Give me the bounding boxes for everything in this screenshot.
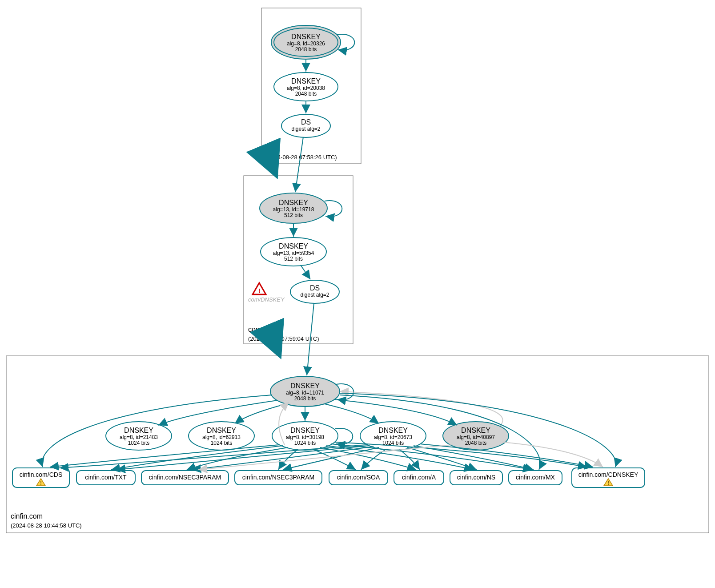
record-cds: cinfin.com/CDS !	[12, 468, 69, 487]
svg-text:cinfin.com/SOA: cinfin.com/SOA	[337, 474, 380, 481]
svg-text:DNSKEY: DNSKEY	[291, 33, 321, 40]
node-root-ksk: DNSKEY alg=8, id=20326 2048 bits	[271, 25, 341, 59]
svg-text:DNSKEY: DNSKEY	[207, 427, 236, 434]
svg-text:2048 bits: 2048 bits	[295, 46, 317, 52]
node-com-ds: DS digest alg=2	[290, 280, 339, 303]
zone-com-name: com	[248, 326, 261, 333]
svg-text:cinfin.com/CDS: cinfin.com/CDS	[20, 471, 62, 478]
zone-leaf-time: (2024-08-28 10:44:58 UTC)	[11, 522, 82, 529]
node-leaf-k2: DNSKEY alg=8, id=62913 1024 bits	[189, 422, 254, 450]
svg-text:2048 bits: 2048 bits	[465, 440, 487, 446]
svg-text:com/DNSKEY: com/DNSKEY	[248, 296, 285, 303]
svg-text:alg=13, id=59354: alg=13, id=59354	[273, 250, 314, 256]
zone-com-time: (2024-08-28 07:59:04 UTC)	[248, 335, 319, 342]
svg-text:alg=8, id=30198: alg=8, id=30198	[286, 434, 324, 440]
svg-text:512 bits: 512 bits	[284, 256, 303, 262]
record-ns: cinfin.com/NS	[450, 471, 502, 485]
zone-leaf-name: cinfin.com	[11, 512, 43, 520]
svg-text:DS: DS	[301, 118, 311, 126]
svg-text:cinfin.com/NS: cinfin.com/NS	[457, 474, 495, 481]
svg-text:2048 bits: 2048 bits	[294, 395, 316, 402]
edge-rootds-comksk	[295, 137, 303, 192]
svg-text:cinfin.com/MX: cinfin.com/MX	[516, 474, 555, 481]
record-nsec3b: cinfin.com/NSEC3PARAM	[235, 471, 322, 485]
svg-text:512 bits: 512 bits	[284, 212, 303, 218]
zone-root-time: (2024-08-28 07:58:26 UTC)	[266, 154, 337, 161]
svg-text:digest alg=2: digest alg=2	[291, 126, 320, 132]
svg-text:alg=8, id=20673: alg=8, id=20673	[374, 434, 412, 440]
node-com-zsk: DNSKEY alg=13, id=59354 512 bits	[261, 238, 326, 266]
svg-text:alg=8, id=20038: alg=8, id=20038	[287, 85, 325, 91]
svg-text:2048 bits: 2048 bits	[295, 91, 317, 97]
node-leaf-ksk: DNSKEY alg=8, id=11071 2048 bits	[270, 376, 340, 407]
svg-text:cinfin.com/A: cinfin.com/A	[402, 474, 436, 481]
node-com-ksk: DNSKEY alg=13, id=19718 512 bits	[260, 193, 327, 223]
node-root-zsk: DNSKEY alg=8, id=20038 2048 bits	[274, 72, 338, 101]
record-cdnskey: cinfin.com/CDNSKEY !	[572, 468, 645, 487]
svg-text:DNSKEY: DNSKEY	[279, 242, 308, 250]
svg-text:DNSKEY: DNSKEY	[290, 382, 320, 390]
svg-text:cinfin.com/NSEC3PARAM: cinfin.com/NSEC3PARAM	[242, 474, 314, 481]
node-leaf-k5: DNSKEY alg=8, id=40897 2048 bits	[443, 422, 509, 450]
svg-text:DNSKEY: DNSKEY	[291, 77, 321, 85]
dnssec-diagram: . (2024-08-28 07:58:26 UTC) DNSKEY alg=8…	[0, 0, 715, 588]
svg-text:DNSKEY: DNSKEY	[290, 427, 320, 434]
svg-text:alg=8, id=62913: alg=8, id=62913	[202, 434, 241, 440]
svg-text:DNSKEY: DNSKEY	[279, 199, 308, 206]
edge-root-to-com	[271, 164, 276, 174]
record-mx: cinfin.com/MX	[509, 471, 562, 485]
record-txt: cinfin.com/TXT	[76, 471, 135, 485]
svg-text:alg=8, id=11071: alg=8, id=11071	[286, 390, 324, 396]
svg-text:alg=13, id=19718: alg=13, id=19718	[273, 206, 314, 213]
svg-text:DNSKEY: DNSKEY	[124, 427, 153, 434]
svg-text:1024 bits: 1024 bits	[211, 440, 233, 446]
svg-text:!: !	[258, 287, 261, 294]
svg-text:DS: DS	[310, 284, 320, 292]
svg-text:digest alg=2: digest alg=2	[300, 292, 329, 298]
edge-com-to-leaf	[275, 344, 279, 354]
record-soa: cinfin.com/SOA	[329, 471, 388, 485]
svg-text:cinfin.com/NSEC3PARAM: cinfin.com/NSEC3PARAM	[149, 474, 221, 481]
svg-text:!: !	[40, 480, 42, 486]
svg-text:DNSKEY: DNSKEY	[378, 427, 408, 434]
svg-text:1024 bits: 1024 bits	[294, 440, 316, 446]
com-dnskey-warning: ! com/DNSKEY	[248, 283, 285, 303]
node-root-ds: DS digest alg=2	[281, 114, 330, 137]
svg-text:alg=8, id=20326: alg=8, id=20326	[287, 40, 325, 47]
edge-com-zsk-ds	[301, 265, 310, 279]
node-leaf-k1: DNSKEY alg=8, id=21483 1024 bits	[106, 422, 172, 450]
svg-text:alg=8, id=40897: alg=8, id=40897	[457, 434, 495, 440]
svg-text:cinfin.com/CDNSKEY: cinfin.com/CDNSKEY	[578, 471, 639, 478]
svg-text:alg=8, id=21483: alg=8, id=21483	[120, 434, 158, 440]
e-ksk-k4	[325, 404, 379, 423]
record-nsec3a: cinfin.com/NSEC3PARAM	[141, 471, 229, 485]
svg-text:1024 bits: 1024 bits	[128, 440, 150, 446]
zone-root-name: .	[266, 144, 268, 152]
svg-text:DNSKEY: DNSKEY	[461, 427, 490, 434]
record-a: cinfin.com/A	[394, 471, 444, 485]
svg-text:!: !	[607, 480, 609, 486]
svg-text:cinfin.com/TXT: cinfin.com/TXT	[85, 474, 127, 481]
